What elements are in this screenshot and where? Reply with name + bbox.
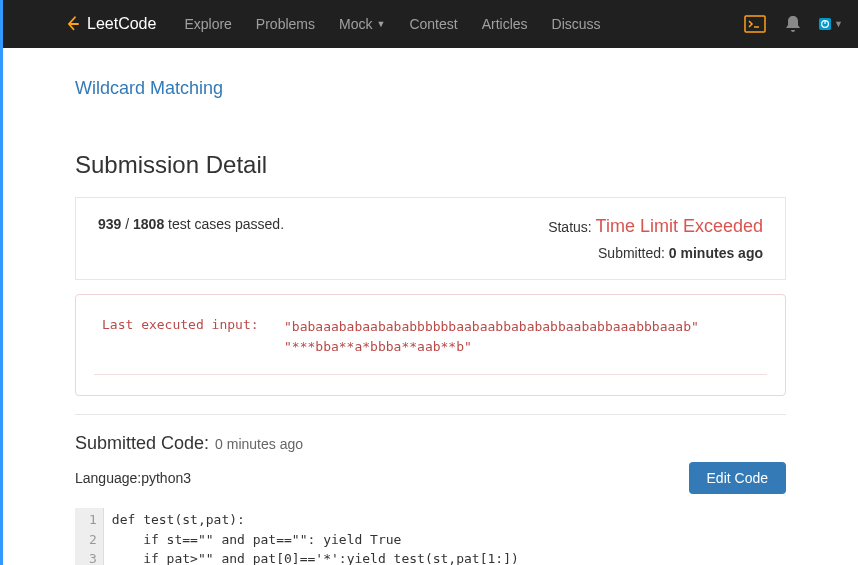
nav-contest[interactable]: Contest xyxy=(409,16,457,32)
status-label: Status: xyxy=(548,219,595,235)
topbar: LeetCode Explore Problems Mock▼ Contest … xyxy=(3,0,858,48)
divider xyxy=(75,414,786,415)
chevron-down-icon: ▼ xyxy=(834,19,843,29)
bell-icon[interactable] xyxy=(781,12,805,36)
nav-discuss[interactable]: Discuss xyxy=(552,16,601,32)
submitted-time: 0 minutes ago xyxy=(669,245,763,261)
playground-icon[interactable] xyxy=(743,12,767,36)
edit-code-button[interactable]: Edit Code xyxy=(689,462,786,494)
language-value: python3 xyxy=(141,470,191,486)
language-line: Language: python3 Edit Code xyxy=(75,462,786,494)
line-gutter: 123 xyxy=(75,508,104,565)
code-header: Submitted Code: 0 minutes ago xyxy=(75,433,786,454)
svg-rect-0 xyxy=(745,16,765,32)
error-value: "babaaababaabababbbbbbaabaabbabababbaaba… xyxy=(284,317,699,356)
leetcode-logo-icon xyxy=(63,15,81,33)
testcase-summary: 939 / 1808 test cases passed. xyxy=(98,216,284,232)
submitted-label: Submitted: xyxy=(598,245,669,261)
code-title: Submitted Code: xyxy=(75,433,209,454)
brand-text: LeetCode xyxy=(87,15,156,33)
nav-explore[interactable]: Explore xyxy=(184,16,231,32)
status-value: Time Limit Exceeded xyxy=(596,216,763,236)
summary-box: 939 / 1808 test cases passed. Status: Ti… xyxy=(75,197,786,280)
chevron-down-icon: ▼ xyxy=(376,19,385,29)
nav-problems[interactable]: Problems xyxy=(256,16,315,32)
main-nav: Explore Problems Mock▼ Contest Articles … xyxy=(184,16,600,32)
logo[interactable]: LeetCode xyxy=(63,15,156,33)
error-box: Last executed input: "babaaababaabababbb… xyxy=(75,294,786,396)
error-label: Last executed input: xyxy=(94,317,284,356)
page-title: Submission Detail xyxy=(75,151,786,179)
power-menu[interactable]: ▼ xyxy=(819,12,843,36)
code-time: 0 minutes ago xyxy=(215,436,303,452)
content: Wildcard Matching Submission Detail 939 … xyxy=(3,48,858,565)
code-block: 123 def test(st,pat): if st=="" and pat=… xyxy=(75,508,786,565)
nav-mock[interactable]: Mock▼ xyxy=(339,16,385,32)
code-lines: def test(st,pat): if st=="" and pat=="":… xyxy=(104,508,527,565)
nav-articles[interactable]: Articles xyxy=(482,16,528,32)
problem-link[interactable]: Wildcard Matching xyxy=(75,78,223,98)
status-block: Status: Time Limit Exceeded Submitted: 0… xyxy=(548,216,763,261)
